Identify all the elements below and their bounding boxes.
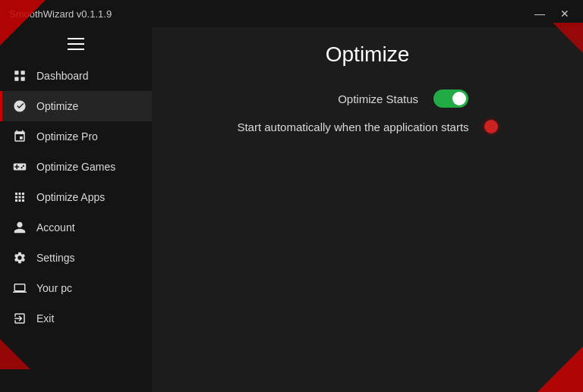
optimize-icon xyxy=(12,99,27,114)
svg-rect-0 xyxy=(14,71,18,74)
optimize-apps-icon xyxy=(12,190,27,205)
sidebar-item-label-your-pc: Your pc xyxy=(36,282,72,294)
svg-rect-2 xyxy=(14,77,18,81)
sidebar-item-label-optimize-pro: Optimize Pro xyxy=(36,130,98,143)
toggle-thumb xyxy=(452,92,466,105)
window-controls: — ✕ xyxy=(530,7,574,20)
sidebar-item-label-dashboard: Dashboard xyxy=(36,70,89,82)
hamburger-icon xyxy=(68,38,84,50)
optimize-pro-icon xyxy=(12,129,27,144)
sidebar: DashboardOptimizeOptimize ProOptimize Ga… xyxy=(0,27,152,392)
corner-decoration-tr xyxy=(553,23,583,53)
corner-decoration-br xyxy=(537,347,583,392)
sidebar-item-account[interactable]: Account xyxy=(0,212,152,243)
svg-rect-3 xyxy=(21,77,25,81)
toggle-optimize-status[interactable] xyxy=(433,89,468,108)
sidebar-item-your-pc[interactable]: Your pc xyxy=(0,273,152,303)
page-title: Optimize xyxy=(182,42,553,67)
nav-list: DashboardOptimizeOptimize ProOptimize Ga… xyxy=(0,61,152,334)
minimize-button[interactable]: — xyxy=(530,7,550,20)
sidebar-item-label-optimize: Optimize xyxy=(36,100,78,112)
settings-row-optimize-status: Optimize Status xyxy=(182,89,553,108)
optimize-games-icon xyxy=(12,159,27,174)
main-content: Optimize Optimize StatusStart automatica… xyxy=(152,27,583,392)
dot-indicator-auto-start[interactable] xyxy=(484,120,498,133)
settings-label-optimize-status: Optimize Status xyxy=(266,93,418,105)
svg-rect-1 xyxy=(21,71,25,74)
sidebar-item-optimize-games[interactable]: Optimize Games xyxy=(0,152,152,182)
sidebar-item-settings[interactable]: Settings xyxy=(0,243,152,273)
settings-rows: Optimize StatusStart automatically when … xyxy=(182,89,553,133)
title-bar: SmoothWizard v0.1.1.9 — ✕ xyxy=(0,0,583,27)
settings-label-auto-start: Start automatically when the application… xyxy=(237,121,468,133)
sidebar-item-label-exit: Exit xyxy=(36,312,54,325)
sidebar-item-dashboard[interactable]: Dashboard xyxy=(0,61,152,91)
exit-icon xyxy=(12,311,27,326)
your-pc-icon xyxy=(12,281,27,296)
sidebar-item-optimize[interactable]: Optimize xyxy=(0,91,152,121)
settings-row-auto-start: Start automatically when the application… xyxy=(182,120,553,133)
corner-decoration-bl xyxy=(0,339,30,369)
sidebar-item-label-optimize-apps: Optimize Apps xyxy=(36,191,105,203)
sidebar-item-label-settings: Settings xyxy=(36,252,75,264)
dashboard-icon xyxy=(12,68,27,83)
settings-icon xyxy=(12,250,27,265)
sidebar-item-optimize-pro[interactable]: Optimize Pro xyxy=(0,121,152,152)
close-button[interactable]: ✕ xyxy=(556,7,574,20)
app-window: SmoothWizard v0.1.1.9 — ✕ DashboardOptim… xyxy=(0,0,583,392)
account-icon xyxy=(12,220,27,235)
corner-decoration-tl xyxy=(0,0,46,45)
sidebar-item-label-account: Account xyxy=(36,221,75,234)
sidebar-item-label-optimize-games: Optimize Games xyxy=(36,161,115,173)
main-layout: DashboardOptimizeOptimize ProOptimize Ga… xyxy=(0,27,583,392)
sidebar-item-exit[interactable]: Exit xyxy=(0,303,152,334)
sidebar-item-optimize-apps[interactable]: Optimize Apps xyxy=(0,182,152,212)
